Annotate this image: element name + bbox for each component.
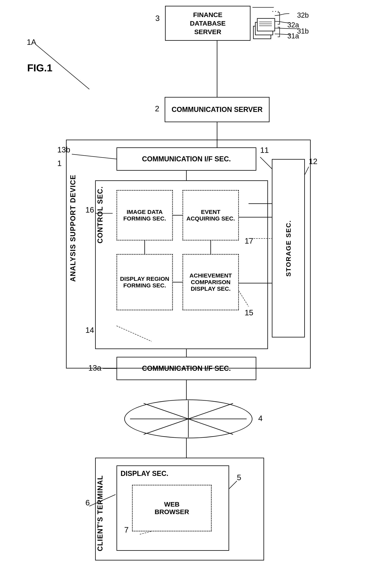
label-17: 17: [245, 237, 253, 245]
figure-label: FIG.1: [27, 62, 52, 74]
label-31b: 31b: [297, 27, 309, 35]
comm-if-bottom-label: COMMUNICATION I/F SEC.: [142, 364, 231, 373]
label-6: 6: [86, 498, 90, 507]
image-data-forming-box: IMAGE DATA FORMING SEC.: [117, 190, 173, 241]
label-11: 11: [260, 146, 269, 155]
label-2: 2: [155, 104, 159, 113]
network-cross-icon: [124, 399, 252, 438]
comm-if-bottom-box: COMMUNICATION I/F SEC.: [117, 357, 256, 380]
finance-db-server-box: FINANCE DATABASE SERVER: [165, 6, 251, 41]
web-browser-label: WEB BROWSER: [154, 501, 189, 516]
communication-server-box: COMMUNICATION SERVER: [165, 97, 270, 122]
storage-sec-box: STORAGE SEC.: [272, 159, 305, 337]
comm-if-top-box: COMMUNICATION I/F SEC.: [117, 147, 256, 171]
display-sec-label: DISPLAY SEC.: [121, 470, 168, 478]
label-12: 12: [309, 157, 318, 166]
analysis-support-label: ANALYSIS SUPPORT DEVICE: [69, 175, 77, 282]
control-sec-label: CONTROL SEC.: [96, 186, 104, 243]
comm-if-top-label: COMMUNICATION I/F SEC.: [142, 155, 231, 163]
display-region-forming-label: DISPLAY REGION FORMING SEC.: [120, 276, 169, 289]
svg-rect-2: [257, 18, 275, 31]
label-5: 5: [237, 473, 241, 482]
label-32b: 32b: [297, 11, 309, 19]
achievement-comparison-box: ACHIEVEMENT COMPARISON DISPLAY SEC.: [183, 254, 239, 310]
label-13a: 13a: [88, 364, 101, 372]
label-3: 3: [155, 14, 160, 23]
label-4: 4: [258, 414, 263, 423]
label-1: 1: [57, 159, 62, 168]
label-dots: ...: [272, 5, 280, 14]
display-region-forming-box: DISPLAY REGION FORMING SEC.: [117, 254, 173, 310]
achievement-comparison-label: ACHIEVEMENT COMPARISON DISPLAY SEC.: [189, 272, 232, 292]
label-14: 14: [86, 326, 94, 335]
label-7: 7: [124, 525, 129, 534]
finance-db-label: FINANCE DATABASE SERVER: [190, 10, 226, 36]
image-data-forming-label: IMAGE DATA FORMING SEC.: [123, 209, 166, 222]
label-1a: 1A: [27, 38, 36, 47]
label-15: 15: [245, 308, 253, 317]
event-acquiring-label: EVENT ACQUIRING SEC.: [186, 209, 235, 222]
web-browser-box: WEB BROWSER: [132, 485, 212, 531]
label-13b: 13b: [57, 146, 70, 154]
communication-server-label: COMMUNICATION SERVER: [172, 105, 263, 114]
label-16: 16: [86, 206, 94, 214]
event-acquiring-box: EVENT ACQUIRING SEC.: [183, 190, 239, 241]
clients-terminal-label: CLIENT'S TERMINAL: [96, 475, 104, 551]
storage-sec-label: STORAGE SEC.: [285, 220, 292, 277]
diagram-container: FIG.1 1A FINANCE DATABASE SERVER 3 32a 3…: [0, 0, 373, 588]
